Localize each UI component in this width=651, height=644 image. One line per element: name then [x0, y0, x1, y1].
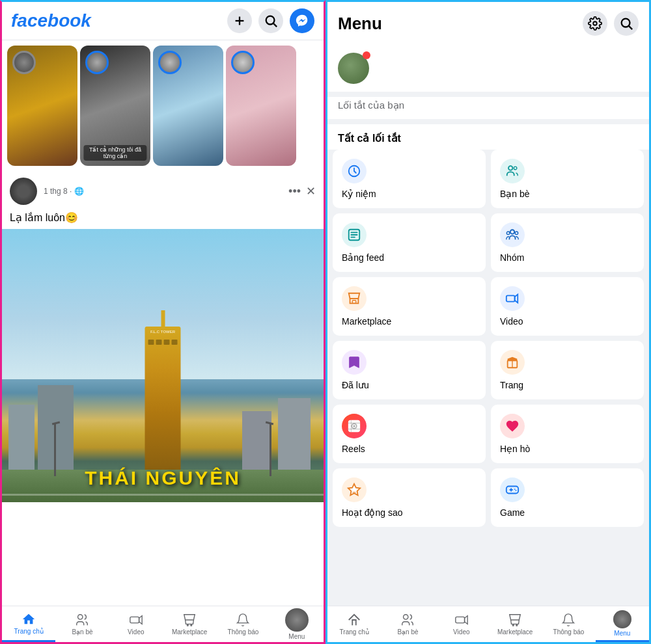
game-label: Game: [500, 507, 635, 518]
right-nav-home-label: Trang chủ: [340, 628, 369, 636]
svg-point-9: [593, 21, 597, 25]
marketplace-icon: [342, 286, 367, 311]
game-icon: [500, 477, 525, 502]
svg-rect-5: [130, 617, 139, 623]
nav-video-label: Video: [128, 628, 144, 636]
ban-be-label: Bạn bè: [500, 189, 635, 199]
nav-video[interactable]: Video: [109, 606, 163, 642]
right-nav-menu[interactable]: Menu: [596, 606, 649, 642]
right-nav-home[interactable]: Trang chủ: [327, 606, 381, 642]
svg-point-43: [512, 624, 514, 626]
post-area: 1 thg 8 · 🌐 ••• ✕ Lạ lắm luôn😊: [2, 171, 324, 642]
story-item[interactable]: [7, 46, 77, 166]
hen-ho-label: Hẹn hò: [500, 444, 635, 454]
left-bottom-nav: Trang chủ Bạn bè Video Marketplace Thông…: [2, 606, 324, 642]
menu-card-hen-ho[interactable]: Hẹn hò: [491, 405, 644, 463]
fb-header: facebook: [2, 2, 324, 40]
post-date: 1 thg 8 · 🌐: [44, 187, 84, 196]
menu-card-game[interactable]: Game: [491, 468, 644, 527]
right-nav-video[interactable]: Video: [435, 606, 488, 642]
story-item[interactable]: Tất cả những tôi đã từng cần: [80, 46, 150, 166]
svg-point-21: [515, 232, 518, 235]
profile-section[interactable]: [327, 45, 649, 92]
svg-rect-23: [506, 295, 515, 301]
svg-marker-33: [348, 484, 360, 495]
svg-point-14: [514, 167, 517, 170]
post-options: ••• ✕: [288, 184, 316, 198]
menu-card-video[interactable]: Video: [491, 277, 644, 336]
nav-notifications-label: Thông báo: [228, 628, 259, 636]
svg-line-11: [629, 26, 632, 29]
menu-content: Lối tắt của bạn Tất cả lối tắt Kỷ niệm B…: [327, 45, 649, 642]
menu-card-ban-be[interactable]: Bạn bè: [491, 150, 644, 208]
nav-menu-label: Menu: [288, 633, 305, 640]
search-button[interactable]: [258, 8, 283, 33]
svg-point-40: [404, 615, 408, 619]
da-luu-icon: [342, 350, 367, 375]
svg-marker-24: [515, 295, 518, 303]
menu-grid: Kỷ niệm Bạn bè Bảng feed: [327, 150, 649, 532]
menu-card-star[interactable]: Hoạt động sao: [333, 468, 486, 527]
ky-niem-label: Kỷ niệm: [342, 189, 477, 199]
menu-search-button[interactable]: [614, 11, 639, 36]
nav-marketplace[interactable]: Marketplace: [163, 606, 216, 642]
nav-home[interactable]: Trang chủ: [2, 606, 55, 642]
menu-header: Menu: [327, 2, 649, 45]
bang-feed-icon: [342, 222, 367, 247]
menu-card-marketplace[interactable]: Marketplace: [333, 277, 486, 336]
trang-label: Trang: [500, 380, 635, 390]
nav-notifications[interactable]: Thông báo: [216, 606, 270, 642]
menu-card-trang[interactable]: Trang: [491, 341, 644, 399]
svg-point-4: [78, 615, 83, 619]
svg-point-29: [353, 425, 355, 427]
post-image-overlay: THÁI NGUYÊN: [2, 467, 324, 489]
post-more-button[interactable]: •••: [288, 185, 301, 198]
add-button[interactable]: [227, 8, 252, 33]
nav-home-label: Trang chủ: [14, 628, 44, 635]
menu-card-da-luu[interactable]: Đã lưu: [333, 341, 486, 399]
messenger-button[interactable]: [290, 8, 314, 33]
svg-marker-42: [464, 616, 467, 624]
divider: [327, 119, 649, 124]
svg-point-39: [516, 490, 517, 491]
stories-section: Tất cả những tôi đã từng cần: [2, 40, 324, 171]
nav-menu[interactable]: Menu: [270, 606, 324, 642]
post-close-button[interactable]: ✕: [306, 184, 316, 198]
shortcuts-label: Lối tắt của bạn: [338, 100, 404, 111]
facebook-logo: facebook: [11, 10, 91, 31]
svg-point-44: [516, 624, 518, 626]
story-item[interactable]: [226, 46, 296, 166]
right-nav-menu-label: Menu: [614, 630, 630, 637]
menu-card-bang-feed[interactable]: Bảng feed: [333, 213, 486, 272]
star-label: Hoạt động sao: [342, 507, 477, 518]
left-panel: facebook Tất cả những tôi đã từng cần: [0, 0, 326, 644]
thai-nguyen-label: THÁI NGUYÊN: [85, 467, 241, 489]
svg-point-10: [622, 19, 630, 27]
bang-feed-label: Bảng feed: [342, 252, 477, 263]
right-nav-notifications[interactable]: Thông báo: [542, 606, 595, 642]
story-item[interactable]: [153, 46, 223, 166]
hen-ho-icon: [500, 414, 525, 438]
menu-card-ky-niem[interactable]: Kỷ niệm: [333, 150, 486, 208]
menu-card-nhom[interactable]: Nhóm: [491, 213, 644, 272]
active-nav-indicator: [596, 640, 649, 642]
nav-marketplace-label: Marketplace: [172, 628, 207, 636]
nav-friends[interactable]: Bạn bè: [55, 606, 109, 642]
post-header: 1 thg 8 · 🌐 ••• ✕: [2, 171, 324, 209]
star-icon: [342, 477, 367, 502]
svg-rect-41: [456, 617, 465, 623]
nhom-label: Nhóm: [500, 252, 635, 263]
svg-rect-34: [352, 492, 356, 494]
right-nav-friends[interactable]: Bạn bè: [381, 606, 434, 642]
trang-icon: [500, 350, 525, 375]
right-nav-avatar: [613, 610, 631, 628]
ky-niem-icon: [342, 159, 367, 183]
settings-button[interactable]: [583, 11, 607, 36]
right-panel: Menu Lối tắt của bạn Tất cả lối tắt: [326, 0, 651, 644]
menu-card-reels[interactable]: Reels: [333, 405, 486, 463]
marketplace-label: Marketplace: [342, 316, 477, 327]
post-caption: Lạ lắm luôn😊: [10, 212, 78, 223]
right-nav-marketplace[interactable]: Marketplace: [488, 606, 542, 642]
right-nav-video-label: Video: [453, 628, 469, 636]
all-shortcuts-section: Tất cả lối tắt: [327, 124, 649, 150]
